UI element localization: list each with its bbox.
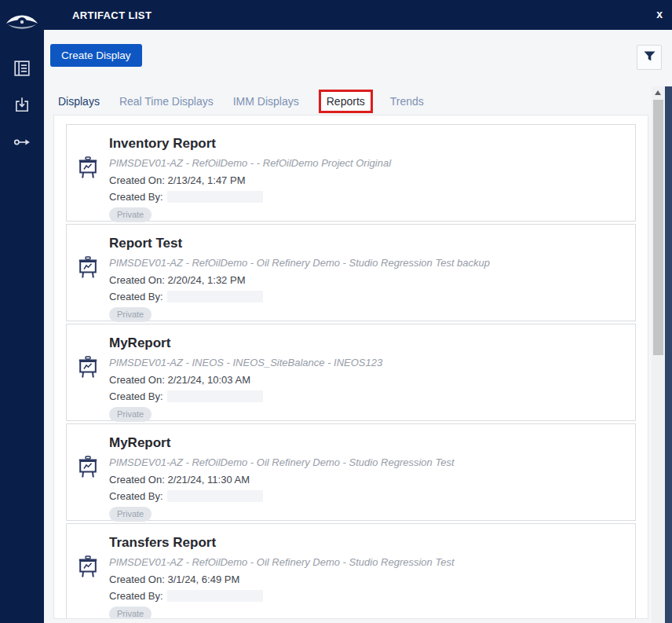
created-on-value: 2/20/24, 1:32 PM [167,274,245,286]
created-on-value: 2/21/24, 10:03 AM [167,374,250,386]
created-by-row: Created By: [109,489,635,504]
report-source: PIMSDEV01-AZ - INEOS - INEOS_SiteBalance… [109,356,635,369]
private-badge: Private [109,407,152,422]
report-source: PIMSDEV01-AZ - RefOilDemo - Oil Refinery… [109,456,635,469]
tab-bar: Displays Real Time Displays IMM Displays… [58,89,444,114]
created-on-row: Created On: 2/13/24, 1:47 PM [109,174,635,188]
filter-button[interactable] [637,45,662,70]
scrollbar-thumb[interactable] [653,100,663,355]
created-by-row: Created By: [109,290,635,304]
report-title: Transfers Report [109,534,635,552]
created-on-row: Created On: 3/1/24, 6:49 PM [109,573,635,587]
created-on-value: 2/13/24, 1:47 PM [167,174,245,186]
created-by-label: Created By: [109,390,163,402]
tab-trends[interactable]: Trends [390,95,424,108]
created-by-redacted [167,590,263,602]
report-title: Report Test [109,235,635,252]
report-board-icon [67,324,109,420]
created-on-value: 2/21/24, 11:30 AM [167,474,250,486]
created-by-row: Created By: [109,390,635,404]
scroll-up-button[interactable] [655,90,661,95]
private-badge: Private [109,207,152,222]
panel-header: ARTIFACT LIST x [44,0,672,30]
created-on-label: Created On: [109,274,165,286]
report-title: MyReport [109,335,635,352]
created-by-label: Created By: [109,490,163,502]
panel-title: ARTIFACT LIST [72,9,152,21]
report-source: PIMSDEV01-AZ - RefOilDemo - Oil Refinery… [109,256,635,269]
report-title: Inventory Report [109,135,635,152]
created-on-label: Created On: [109,374,165,386]
close-button[interactable]: x [656,7,663,21]
connection-icon [13,134,31,151]
report-title: MyReport [109,434,635,452]
tab-displays[interactable]: Displays [58,95,100,108]
created-by-row: Created By: [109,190,635,204]
created-by-redacted [167,291,263,302]
sidebar [0,0,44,623]
created-on-row: Created On: 2/21/24, 10:03 AM [109,373,635,387]
app-logo-icon [4,9,40,34]
scrollbar-track[interactable] [652,86,665,623]
created-by-label: Created By: [109,291,163,302]
sidebar-item-connection[interactable] [13,134,31,151]
sidebar-item-import[interactable] [13,96,31,113]
report-board-icon [67,225,109,321]
import-icon [13,96,31,113]
private-badge: Private [109,307,152,322]
created-by-label: Created By: [109,590,163,602]
report-card[interactable]: Transfers Report PIMSDEV01-AZ - RefOilDe… [66,523,636,619]
tab-real-time-displays[interactable]: Real Time Displays [119,95,214,108]
created-on-label: Created On: [109,174,165,186]
report-board-icon [67,524,109,619]
report-board-icon [67,125,109,221]
report-source: PIMSDEV01-AZ - RefOilDemo - Oil Refinery… [109,555,635,569]
filter-icon [644,51,656,64]
sidebar-item-artifact-list[interactable] [13,60,31,77]
created-on-value: 3/1/24, 6:49 PM [167,574,239,585]
create-display-button[interactable]: Create Display [50,44,142,67]
right-edge-strip [665,86,672,623]
private-badge: Private [109,507,152,522]
report-card[interactable]: Report Test PIMSDEV01-AZ - RefOilDemo - … [66,224,636,321]
report-card[interactable]: MyReport PIMSDEV01-AZ - INEOS - INEOS_Si… [66,324,636,421]
report-source: PIMSDEV01-AZ - RefOilDemo - - RefOilDemo… [109,156,635,170]
report-board-icon [67,424,109,520]
created-on-row: Created On: 2/20/24, 1:32 PM [109,273,635,288]
tab-imm-displays[interactable]: IMM Displays [233,95,299,108]
created-on-label: Created On: [109,474,165,486]
report-card[interactable]: Inventory Report PIMSDEV01-AZ - RefOilDe… [66,124,636,222]
report-list: Inventory Report PIMSDEV01-AZ - RefOilDe… [53,115,648,619]
created-by-redacted [167,490,263,502]
created-on-label: Created On: [109,574,165,585]
main-panel: Create Display Displays Real Time Displa… [44,30,672,623]
tab-reports[interactable]: Reports [327,95,365,108]
private-badge: Private [109,607,152,619]
created-by-row: Created By: [109,589,635,603]
created-on-row: Created On: 2/21/24, 11:30 AM [109,473,635,487]
created-by-label: Created By: [109,191,163,203]
report-card[interactable]: MyReport PIMSDEV01-AZ - RefOilDemo - Oil… [66,423,636,521]
artifact-list-icon [13,60,31,77]
annotation-highlight: Reports [319,90,373,113]
created-by-redacted [167,390,263,402]
created-by-redacted [167,191,263,203]
artifact-list-window: ARTIFACT LIST x Create Display Displays … [0,0,672,623]
